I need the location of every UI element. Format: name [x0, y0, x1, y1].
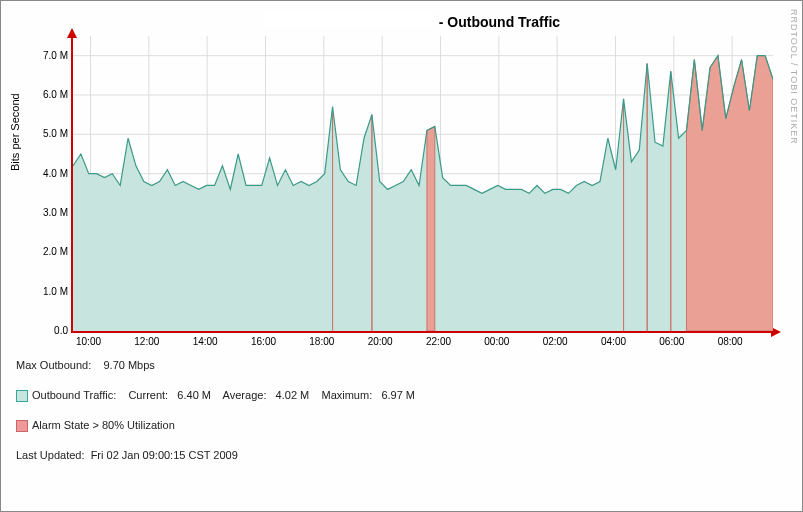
- chart-title: - Outbound Traffic: [51, 11, 772, 30]
- y-axis-label: Bits per Second: [9, 93, 21, 171]
- y-tick-label: 5.0 M: [36, 128, 68, 139]
- y-tick-label: 3.0 M: [36, 207, 68, 218]
- x-tick-label: 02:00: [535, 336, 575, 347]
- plot-area: [71, 36, 773, 333]
- outbound-legend-row: Outbound Traffic: Current: 6.40 M Averag…: [16, 389, 415, 402]
- average-value: 4.02 M: [276, 389, 310, 401]
- average-label: Average:: [223, 389, 267, 401]
- x-tick-label: 16:00: [244, 336, 284, 347]
- max-outbound-label: Max Outbound:: [16, 359, 91, 371]
- x-tick-label: 14:00: [185, 336, 225, 347]
- y-tick-label: 7.0 M: [36, 50, 68, 61]
- last-updated-value: Fri 02 Jan 09:00:15 CST 2009: [91, 449, 238, 461]
- maximum-value: 6.97 M: [381, 389, 415, 401]
- x-tick-label: 22:00: [419, 336, 459, 347]
- redacted-hostname: [263, 11, 435, 27]
- y-tick-label: 2.0 M: [36, 246, 68, 257]
- alarm-legend-row: Alarm State > 80% Utilization: [16, 419, 175, 432]
- x-tick-label: 08:00: [710, 336, 750, 347]
- x-tick-label: 10:00: [69, 336, 109, 347]
- data-svg: [73, 36, 773, 331]
- x-tick-label: 00:00: [477, 336, 517, 347]
- last-updated-row: Last Updated: Fri 02 Jan 09:00:15 CST 20…: [16, 449, 238, 461]
- maximum-label: Maximum:: [321, 389, 372, 401]
- current-label: Current:: [128, 389, 168, 401]
- y-tick-label: 6.0 M: [36, 89, 68, 100]
- rrdtool-credit: RRDTOOL / TOBI OETIKER: [789, 9, 799, 145]
- x-tick-label: 18:00: [302, 336, 342, 347]
- max-outbound-value: 9.70 Mbps: [103, 359, 154, 371]
- outbound-legend-label: Outbound Traffic:: [32, 389, 116, 401]
- chart-container: { "title_suffix": " - Outbound Traffic",…: [0, 0, 803, 512]
- alarm-swatch-icon: [16, 420, 28, 432]
- title-suffix: - Outbound Traffic: [435, 14, 560, 30]
- y-tick-label: 1.0 M: [36, 286, 68, 297]
- y-tick-label: 4.0 M: [36, 168, 68, 179]
- last-updated-label: Last Updated:: [16, 449, 85, 461]
- x-tick-label: 20:00: [360, 336, 400, 347]
- max-outbound-row: Max Outbound: 9.70 Mbps: [16, 359, 155, 371]
- x-tick-label: 06:00: [652, 336, 692, 347]
- outbound-swatch-icon: [16, 390, 28, 402]
- y-tick-label: 0.0: [36, 325, 68, 336]
- x-tick-label: 12:00: [127, 336, 167, 347]
- current-value: 6.40 M: [177, 389, 211, 401]
- x-tick-label: 04:00: [594, 336, 634, 347]
- alarm-legend-label: Alarm State > 80% Utilization: [32, 419, 175, 431]
